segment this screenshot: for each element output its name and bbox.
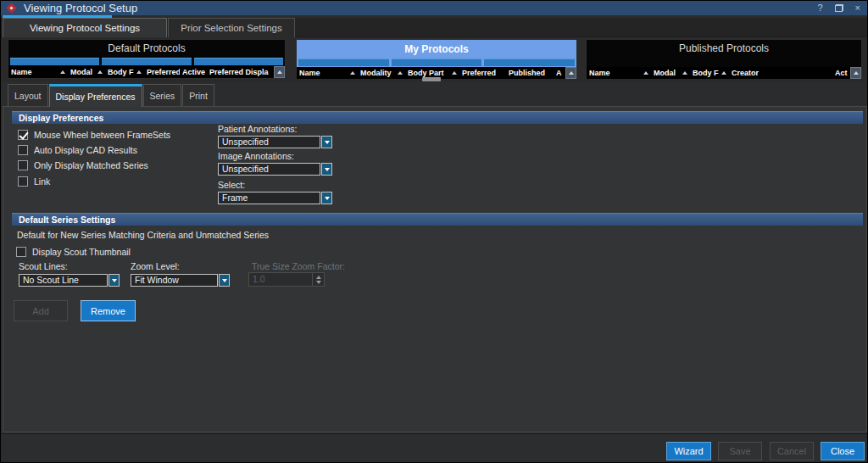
column-header-published[interactable]: Published (506, 67, 554, 79)
only-display-matched-series-checkbox[interactable] (18, 160, 28, 170)
settings-tab-bar: Layout Display Preferences Series Print (3, 84, 215, 107)
column-header-name[interactable]: Name (8, 66, 68, 78)
column-header-modality[interactable]: Modal (68, 66, 105, 78)
sort-ascending-icon (97, 68, 103, 74)
protocol-row-segment (484, 59, 575, 66)
default-series-settings-section-header: Default Series Settings (12, 213, 863, 226)
column-header-preferred[interactable]: Preferred (459, 67, 506, 79)
mouse-wheel-between-framesets-checkbox[interactable] (18, 130, 28, 140)
protocol-row-segment (10, 58, 99, 65)
panel-title-my-protocols: My Protocols (297, 40, 576, 58)
protocol-selected-row[interactable] (297, 58, 576, 67)
protocol-panels-strip: Default Protocols Name Modal Body F Pref… (1, 38, 868, 82)
column-header-preferred-display[interactable]: Preferred Displa (207, 66, 273, 78)
dropdown-arrow-icon[interactable] (321, 136, 332, 148)
select-dropdown: Frame (218, 192, 332, 204)
checkbox-label: Link (34, 176, 50, 187)
close-button[interactable]: Close (821, 442, 865, 460)
protocol-row-segment (298, 59, 389, 66)
display-preferences-section-header: Display Preferences (12, 111, 863, 124)
window-title: Viewing Protocol Setup (24, 1, 137, 15)
sort-ascending-icon (682, 69, 687, 75)
auto-display-cad-results-checkbox[interactable] (18, 145, 28, 155)
main-tab-bar: Viewing Protocol Settings Prior Selectio… (1, 18, 868, 37)
column-header-active[interactable]: Active (180, 66, 207, 78)
sort-ascending-icon (60, 68, 65, 74)
display-scout-thumbnail-checkbox[interactable] (16, 247, 26, 257)
sort-ascending-icon (643, 69, 648, 75)
tab-prior-selection-settings[interactable]: Prior Selection Settings (168, 18, 295, 37)
remove-button[interactable]: Remove (81, 300, 136, 321)
patient-annotations-label: Patient Annotations: (218, 124, 297, 134)
checkbox-label: Auto Display CAD Results (34, 145, 137, 155)
checkbox-label: Only Display Matched Series (34, 160, 148, 170)
true-size-zoom-factor-spinner: 1.0 (248, 272, 325, 287)
column-header-body-part[interactable]: Body F (105, 66, 144, 78)
checkbox-row: Display Scout Thumbnail (16, 246, 131, 257)
column-header-name[interactable]: Name (587, 67, 651, 79)
add-button: Add (14, 300, 68, 321)
my-protocols-panel: My Protocols Name Modality Body Part Pre… (296, 39, 577, 79)
sort-ascending-icon (398, 69, 403, 75)
column-header-creator[interactable]: Creator (729, 67, 832, 79)
panel-title-default-protocols: Default Protocols (8, 40, 285, 57)
default-protocols-panel: Default Protocols Name Modal Body F Pref… (8, 39, 286, 79)
zoom-level-dropdown: Fit Window (131, 274, 230, 287)
protocol-row-segment (102, 58, 191, 65)
scout-lines-dropdown: No Scout Line (19, 274, 120, 287)
published-protocols-panel: Published Protocols Name Modal Body F Cr… (586, 39, 862, 79)
tab-series[interactable]: Series (143, 84, 182, 106)
dropdown-arrow-icon[interactable] (219, 274, 230, 287)
column-header-body-part[interactable]: Body F (690, 67, 729, 79)
wizard-button[interactable]: Wizard (666, 442, 711, 460)
spinner-up-icon (316, 273, 321, 279)
footer-bar: Wizard Save Cancel Close (1, 433, 868, 463)
link-checkbox[interactable] (18, 176, 28, 187)
spinner-buttons (312, 273, 324, 286)
splitter-handle[interactable] (422, 77, 441, 81)
restore-window-icon[interactable] (835, 4, 843, 12)
dropdown-arrow-icon[interactable] (321, 163, 332, 176)
column-header-active[interactable]: A (554, 67, 565, 79)
default-series-subtitle: Default for New Series Matching Criteria… (17, 230, 269, 240)
protocol-selected-row[interactable] (8, 57, 285, 66)
scout-lines-label: Scout Lines: (19, 261, 68, 271)
tab-layout[interactable]: Layout (8, 84, 48, 106)
checkbox-row: Link (18, 176, 50, 187)
titlebar: Viewing Protocol Setup ? × (1, 1, 868, 15)
image-annotations-dropdown: Unspecified (218, 163, 332, 176)
scrollbar-up-arrow[interactable] (850, 67, 861, 79)
zoom-level-label: Zoom Level: (131, 261, 180, 271)
tab-display-preferences[interactable]: Display Preferences (49, 84, 142, 107)
viewing-protocol-setup-window: Viewing Protocol Setup ? × Viewing Proto… (0, 0, 868, 463)
true-size-zoom-factor-label: True Size Zoom Factor: (252, 261, 345, 271)
column-header-row: Name Modal Body F Creator Act (587, 67, 861, 79)
scrollbar-up-arrow[interactable] (565, 67, 576, 79)
spinner-down-icon (316, 281, 321, 287)
dropdown-arrow-icon[interactable] (108, 274, 120, 287)
sort-ascending-icon (136, 68, 142, 74)
column-header-active[interactable]: Act (832, 67, 849, 79)
app-icon (6, 3, 17, 14)
tab-print[interactable]: Print (182, 84, 214, 106)
checkbox-label: Display Scout Thumbnail (32, 247, 131, 257)
cancel-button: Cancel (770, 442, 814, 460)
checkbox-row: Auto Display CAD Results (18, 144, 137, 155)
close-window-icon[interactable]: × (855, 1, 860, 15)
checkbox-row: Mouse Wheel between FrameSets (18, 129, 170, 140)
patient-annotations-dropdown: Unspecified (218, 136, 332, 148)
sort-ascending-icon (350, 69, 355, 75)
image-annotations-label: Image Annotations: (218, 151, 294, 161)
checkbox-row: Only Display Matched Series (18, 159, 148, 170)
column-header-preferred[interactable]: Preferred (144, 66, 180, 78)
dropdown-arrow-icon[interactable] (321, 192, 332, 204)
column-header-modality[interactable]: Modality (358, 67, 405, 79)
column-header-row: Name Modal Body F Preferred Active Prefe… (8, 66, 285, 78)
sort-ascending-icon (721, 69, 726, 75)
help-icon[interactable]: ? (817, 1, 822, 15)
column-header-name[interactable]: Name (297, 67, 358, 79)
scrollbar-up-arrow[interactable] (274, 66, 285, 78)
tab-viewing-protocol-settings[interactable]: Viewing Protocol Settings (3, 18, 167, 37)
column-header-modality[interactable]: Modal (651, 67, 690, 79)
select-label: Select: (218, 180, 245, 190)
